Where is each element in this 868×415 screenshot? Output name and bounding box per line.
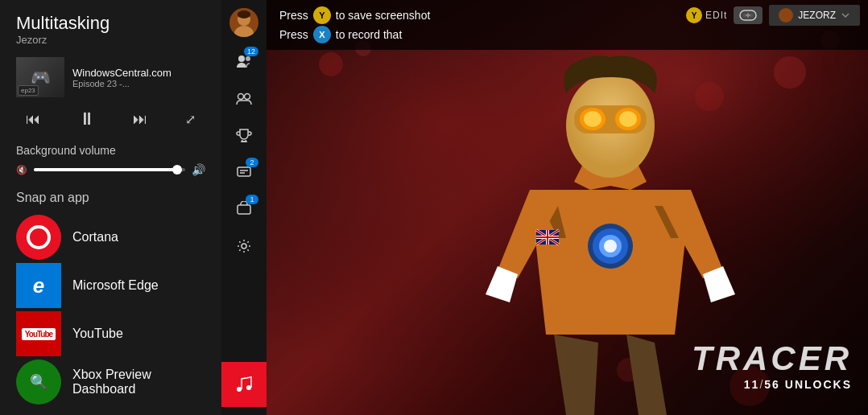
edit-label: EDIt (705, 10, 727, 21)
user-tag[interactable]: JEZORZ (769, 5, 860, 26)
xbox-label: Xbox Preview Dashboard (72, 368, 205, 397)
svg-point-1 (234, 26, 254, 37)
controller-svg (737, 9, 759, 22)
y-button-icon: Y (313, 6, 331, 24)
volume-slider[interactable] (34, 168, 185, 171)
trophy-icon (236, 127, 252, 143)
svg-rect-9 (238, 167, 250, 176)
settings-icon (236, 238, 252, 254)
edge-icon: e (16, 263, 61, 308)
youtube-icon: YouTube (16, 311, 61, 356)
svg-point-4 (238, 55, 245, 62)
notif-1-pre: Press (279, 9, 308, 22)
volume-min-icon: 🔇 (16, 165, 27, 175)
sidebar: Multitasking Jezorz 🎮 ep23 WindowsCentra… (0, 0, 221, 415)
svg-point-13 (246, 385, 251, 390)
volume-max-icon: 🔊 (192, 163, 205, 176)
character-name: TRACER (692, 339, 852, 378)
svg-point-6 (238, 94, 244, 100)
snap-item-cortana[interactable]: Cortana (16, 215, 205, 260)
edit-y-icon: Y (686, 7, 702, 23)
volume-section: Background volume 🔇 🔊 (16, 144, 205, 176)
volume-fill (34, 168, 178, 171)
avatar-svg (229, 8, 258, 37)
alerts-badge: 1 (246, 195, 258, 204)
nav-panel: 12 2 1 (221, 0, 267, 415)
svg-point-12 (237, 387, 242, 392)
edge-label: Microsoft Edge (72, 278, 159, 293)
svg-rect-27 (746, 14, 750, 16)
snap-title: Snap an app (16, 191, 205, 205)
music-button[interactable] (221, 362, 267, 407)
nav-achievements-button[interactable] (228, 119, 260, 151)
next-button[interactable]: ⏭ (126, 108, 154, 131)
chevron-down-icon (841, 10, 850, 20)
volume-label: Background volume (16, 144, 205, 157)
user-tag-avatar (779, 8, 793, 23)
svg-point-37 (619, 111, 637, 127)
now-playing-title: WindowsCentral.com (72, 67, 205, 79)
unlocks-current: 11 (744, 378, 760, 391)
snap-item-edge[interactable]: e Microsoft Edge (16, 263, 205, 308)
now-playing-thumbnail: 🎮 ep23 (16, 57, 64, 97)
friends-badge: 12 (244, 47, 258, 56)
controller-icon (734, 6, 763, 24)
sidebar-username: Jezorz (16, 34, 205, 46)
music-icon (234, 375, 254, 394)
x-button-icon: X (313, 26, 331, 43)
top-bar: Y EDIt JEZORZ (678, 0, 868, 31)
nav-settings-button[interactable] (228, 230, 260, 262)
volume-slider-container: 🔇 🔊 (16, 163, 205, 176)
sidebar-header: Multitasking Jezorz (16, 13, 205, 46)
now-playing-section: 🎮 ep23 WindowsCentral.com Episode 23 -..… (16, 57, 205, 97)
tracer-text: TRACER 11/56 UNLOCKS (692, 339, 852, 391)
svg-rect-10 (238, 205, 250, 214)
cortana-label: Cortana (72, 230, 118, 244)
cortana-icon (16, 215, 61, 260)
tracer-unlocks: 11/56 UNLOCKS (692, 378, 852, 391)
now-playing-info: WindowsCentral.com Episode 23 -... (72, 67, 205, 88)
user-tag-name: JEZORZ (798, 10, 836, 21)
svg-point-36 (584, 111, 601, 127)
xbox-icon: 🔍 (16, 360, 61, 405)
svg-point-11 (242, 244, 246, 249)
svg-point-5 (246, 56, 250, 61)
app-title: Multitasking (16, 13, 205, 34)
unlocks-label: UNLOCKS (785, 378, 852, 391)
edit-button[interactable]: Y EDIt (686, 7, 727, 23)
notif-2-post: to record that (336, 28, 403, 41)
media-controls: ⏮ ⏸ ⏭ ⤢ (16, 105, 205, 133)
messages-badge: 2 (246, 158, 258, 167)
snap-item-youtube[interactable]: YouTube YouTube (16, 311, 205, 356)
prev-button[interactable]: ⏮ (19, 108, 47, 131)
snap-item-xbox[interactable]: 🔍 Xbox Preview Dashboard (16, 360, 205, 405)
notif-1-post: to save screenshot (336, 9, 431, 22)
pause-button[interactable]: ⏸ (72, 105, 102, 133)
nav-friends-button[interactable]: 12 (228, 45, 260, 77)
nav-avatar (229, 8, 258, 37)
nav-group-button[interactable] (228, 82, 260, 114)
unlocks-total: 56 (764, 378, 780, 391)
main-content: Press Y to save screenshot Press X to re… (267, 0, 868, 415)
snap-section: Snap an app Cortana e Microsoft Edge You… (16, 191, 205, 408)
controller-thumb-icon: 🎮 (31, 68, 51, 87)
now-playing-subtitle: Episode 23 -... (72, 79, 205, 88)
svg-point-31 (604, 240, 617, 253)
youtube-label: YouTube (72, 327, 123, 341)
notif-2-pre: Press (279, 28, 308, 41)
cortana-ring (27, 225, 51, 249)
svg-point-7 (245, 94, 250, 100)
expand-button[interactable]: ⤢ (179, 109, 202, 130)
group-icon (236, 90, 252, 106)
svg-rect-3 (238, 12, 250, 17)
nav-messages-button[interactable]: 2 (228, 156, 260, 188)
nav-alerts-button[interactable]: 1 (228, 193, 260, 225)
